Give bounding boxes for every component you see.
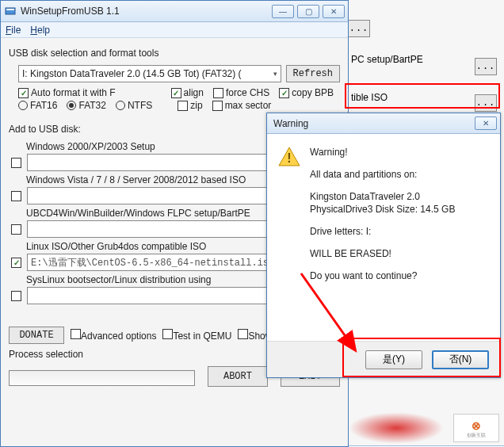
bg-browse-1[interactable]: ... <box>348 20 370 37</box>
warn-line5: WILL BE ERASED! <box>310 248 489 259</box>
fat32-label: FAT32 <box>78 100 105 111</box>
annotation-box-2 <box>342 338 501 377</box>
showlog-checkbox[interactable] <box>238 329 248 339</box>
ntfs-label: NTFS <box>128 100 152 111</box>
force-chs-checkbox[interactable] <box>213 88 223 98</box>
svg-rect-1 <box>6 9 14 10</box>
donate-button[interactable]: DONATE <box>9 327 64 344</box>
warning-icon: ! <box>278 147 300 167</box>
max-sector-label: max sector <box>225 100 272 111</box>
advanced-label: Advanced options <box>81 330 156 342</box>
dialog-title: Warning <box>270 118 475 129</box>
app-icon <box>4 5 17 17</box>
maximize-button[interactable]: ▢ <box>297 5 319 18</box>
autoformat-checkbox[interactable] <box>18 88 29 98</box>
logo-text: 创新互联 <box>467 433 486 437</box>
force-chs-label: force CHS <box>226 87 269 98</box>
svg-text:!: ! <box>287 151 291 165</box>
ntfs-radio[interactable] <box>116 101 125 110</box>
qemu-label: Test in QEMU <box>173 330 231 342</box>
entry4-checkbox[interactable] <box>11 258 21 268</box>
window-title: WinSetupFromUSB 1.1 <box>21 6 272 17</box>
entry1-checkbox[interactable] <box>11 158 21 168</box>
section-disk-label: USB disk selection and format tools <box>9 48 340 59</box>
disk-selected: I: Kingston DataTraveler 2.0 (14.5 GB To… <box>22 68 242 79</box>
entry3-checkbox[interactable] <box>11 224 21 235</box>
warn-line4: Drive letters: I: <box>310 226 489 237</box>
annotation-box-1 <box>345 83 500 109</box>
max-sector-checkbox[interactable] <box>212 101 223 111</box>
copy-bpb-checkbox[interactable] <box>279 88 289 98</box>
advanced-checkbox[interactable] <box>71 329 81 339</box>
logo: ⊗ 创新互联 <box>453 414 499 442</box>
titlebar: WinSetupFromUSB 1.1 — ▢ ✕ <box>1 1 348 22</box>
minimize-button[interactable]: — <box>272 5 294 18</box>
menubar: File Help <box>1 22 348 38</box>
refresh-button[interactable]: Refresh <box>286 65 340 82</box>
dropdown-caret-icon: ▾ <box>273 70 277 78</box>
menu-help[interactable]: Help <box>30 25 50 36</box>
warn-line2: Kingston DataTraveler 2.0 <box>310 191 489 202</box>
bg-text-1: PC setup/BartPE <box>351 54 423 65</box>
copy-bpb-label: copy BPB <box>292 87 334 98</box>
zip-checkbox[interactable] <box>178 101 188 111</box>
align-checkbox[interactable] <box>171 88 181 98</box>
close-button[interactable]: ✕ <box>323 5 345 18</box>
warn-heading: Warning! <box>310 147 489 158</box>
qemu-checkbox[interactable] <box>162 329 173 339</box>
align-label: align <box>184 87 204 98</box>
zip-label: zip <box>190 100 202 111</box>
warn-line1: All data and partitions on: <box>310 169 489 180</box>
autoformat-label: Auto format it with F <box>31 87 116 98</box>
warn-line3: PhysicalDrive3 Disk Size: 14.5 GB <box>310 204 489 215</box>
bg-browse-2[interactable]: ... <box>475 58 497 75</box>
progress-bar <box>9 370 195 386</box>
warn-line6: Do you want to continue? <box>310 270 489 281</box>
abort-button[interactable]: ABORT <box>208 366 267 387</box>
logo-mark: ⊗ <box>466 418 487 433</box>
annotation-brush <box>349 412 444 444</box>
dialog-close-button[interactable]: ✕ <box>475 117 497 130</box>
fat32-radio[interactable] <box>67 101 76 110</box>
entry2-checkbox[interactable] <box>11 191 21 201</box>
entry5-checkbox[interactable] <box>11 291 21 301</box>
fat16-radio[interactable] <box>18 101 28 110</box>
menu-file[interactable]: File <box>6 25 21 36</box>
disk-dropdown[interactable]: I: Kingston DataTraveler 2.0 (14.5 GB To… <box>18 65 281 82</box>
fat16-label: FAT16 <box>30 100 57 111</box>
